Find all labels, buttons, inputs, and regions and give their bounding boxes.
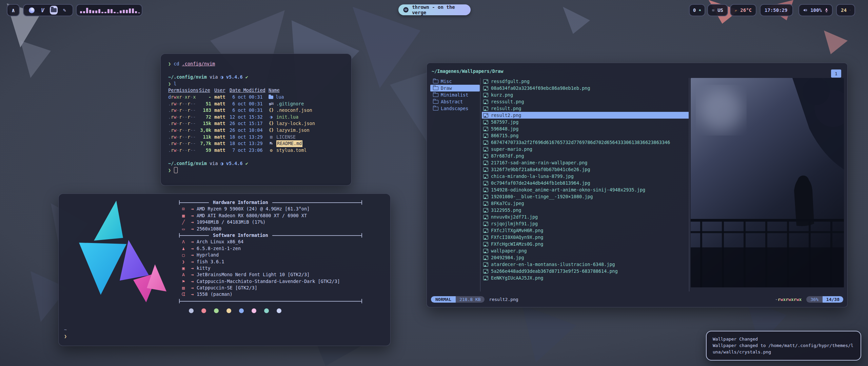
tab-badge[interactable]: 1 — [831, 69, 841, 78]
file-row[interactable]: 866715.png — [482, 132, 689, 139]
file-row[interactable]: nnvuv0xj2df71.jpg — [482, 214, 689, 220]
command: l — [174, 81, 176, 87]
file-row[interactable]: kurz.png — [482, 92, 689, 98]
scroll-percent: 36% — [806, 296, 822, 303]
visualizer-bar — [111, 9, 113, 13]
file-row[interactable]: 596848.jpg — [482, 125, 689, 132]
fetch-info-row: ▭→868x366 — [179, 226, 362, 232]
terminal-file-row: .rw-r--r--3,0kmatt26 oct 10:04{}lazyvim.… — [168, 127, 347, 134]
workspace-files[interactable] — [50, 6, 58, 15]
keyboard-layout-widget[interactable]: US — [707, 4, 728, 16]
file-row[interactable]: 217167-sad-anime-rain-wallpaper.png — [482, 159, 689, 166]
file-row[interactable]: re1sult.png — [482, 105, 689, 112]
gear-file-icon: ⚙ — [269, 147, 274, 154]
file-row[interactable]: chica-mirando-la-luna-8799.jpg — [482, 173, 689, 180]
image-file-icon — [483, 181, 488, 185]
image-file-icon — [483, 86, 488, 90]
file-row[interactable]: 08a634fa02a32364f69ebc86a98eb1eb.png — [482, 85, 689, 92]
terminal-file-row: .rw-r--r--72matt12 oct 15:32◑init.lua — [168, 114, 347, 121]
file-row[interactable]: atardecer-en-la-montanas-ilustracion-634… — [482, 261, 689, 268]
file-row[interactable]: 5a266e448add93deab367d87173e9f25-6837886… — [482, 268, 689, 274]
image-file-icon — [483, 242, 488, 246]
clock-widget[interactable]: 17:50:29 — [760, 4, 793, 16]
file-row[interactable]: 3126f7e9bbf21a8a4af0b67b041c6e26.jpg — [482, 166, 689, 173]
shell-icon: ❯ — [179, 259, 188, 265]
prompt-symbol: ❯ — [64, 333, 67, 340]
workspace-vim[interactable]: V — [39, 6, 46, 15]
preview-image — [691, 78, 844, 287]
folder-icon — [433, 93, 438, 97]
updates-count: 0 — [693, 7, 696, 13]
workspace-paint[interactable]: ✎ — [61, 6, 68, 15]
file-row[interactable]: FXfcII0X0AQyn9X.png — [482, 234, 689, 241]
notifications-widget[interactable]: 24 — [836, 4, 855, 16]
microphone-icon — [825, 7, 828, 13]
arch-logo-icon: ∧ — [12, 7, 15, 14]
file-row[interactable]: 68747470733a2f2f696d616765732d7769786d70… — [482, 139, 689, 146]
image-preview-pane — [691, 78, 844, 287]
image-file-icon — [483, 154, 488, 158]
image-file-icon — [483, 93, 488, 97]
arrow-icon: → — [188, 259, 197, 265]
file-row[interactable]: rsjqojlmjhf91.jpg — [482, 220, 689, 227]
sidebar-item-misc[interactable]: Misc — [430, 78, 480, 85]
fetch-info-row: ♟→6.5.8-zen1-1-zen — [179, 245, 362, 252]
image-file-icon — [483, 134, 488, 138]
keyboard-icon — [712, 8, 714, 13]
file-row[interactable]: 19201080-__blue-tinge__-1920×1080.jpg — [482, 193, 689, 200]
media-pill[interactable]: thrown - on the verge — [398, 4, 471, 15]
firefox-icon — [29, 7, 35, 13]
folder-icon — [433, 100, 438, 104]
fetch-info-row: A→JetBrainsMono Nerd Font Light 10 [GTK2… — [179, 271, 362, 278]
terminal-input-line[interactable]: ❯ — [168, 167, 347, 174]
visualizer-bar — [117, 13, 119, 13]
image-file-icon — [483, 256, 488, 260]
file-row[interactable]: 8FKa7Cu.jpeg — [482, 200, 689, 207]
arrow-icon: → — [188, 239, 197, 245]
file-row[interactable]: wallpaper.png — [482, 247, 689, 254]
fetch-info-panel: Hardware Information ⊡→AMD Ryzen 9 5900X… — [179, 199, 362, 304]
file-row[interactable]: ressdfgult.png — [482, 78, 689, 85]
file-row[interactable]: 154928-odinokoe_anime-art-anime-okno-sin… — [482, 186, 689, 193]
fetch-shell-prompt[interactable]: ~ ❯ — [64, 327, 67, 340]
file-row[interactable]: 0c794faf07de24a4db4d4fb1eb813964.jpg — [482, 180, 689, 186]
sidebar-item-minimalist[interactable]: Minimalist — [430, 92, 480, 98]
book-file-icon: ▤ — [269, 134, 274, 141]
image-file-icon — [483, 106, 488, 111]
updates-widget[interactable]: 0 — [689, 4, 705, 16]
file-row[interactable]: FXfcJlTXgAMvH6R.png — [482, 227, 689, 234]
notification-toast[interactable]: Wallpaper Changed Wallpaper changed to /… — [706, 331, 861, 361]
palette-dot — [277, 308, 281, 313]
lua-version: v5.4.6 — [226, 74, 243, 81]
file-row[interactable]: 20492984.jpg — [482, 254, 689, 261]
file-row[interactable]: super-mario.png — [482, 146, 689, 152]
visualizer-bar — [107, 9, 110, 13]
sidebar-item-draw[interactable]: Draw — [430, 85, 480, 92]
weather-widget[interactable]: 26°C — [730, 4, 756, 16]
file-row[interactable]: FXfcHgcWIAMzs0G.png — [482, 241, 689, 247]
file-row[interactable]: EeNKYgIUcAAJ5JX.png — [482, 274, 689, 281]
terminal-file-row: .rw-r--r--183matt 6 oct 00:31{}.neoconf.… — [168, 107, 347, 114]
image-file-icon — [483, 147, 488, 151]
file-row[interactable]: result2.png — [482, 112, 689, 119]
launcher-button[interactable]: ∧ — [7, 4, 20, 16]
image-file-icon — [483, 140, 488, 145]
file-row[interactable]: resssult.png — [482, 98, 689, 105]
sidebar-item-abstract[interactable]: Abstract — [430, 98, 480, 105]
audio-widget[interactable]: 100% — [798, 4, 833, 16]
file-row[interactable]: 587597.jpg — [482, 119, 689, 125]
terminal-window[interactable]: ❯ cd .config/nvim ~/.config/nvim via ◑ v… — [160, 54, 352, 186]
file-row[interactable]: 87r687df.png — [482, 152, 689, 159]
braces-file-icon: {} — [269, 107, 274, 114]
workspace-firefox[interactable] — [28, 6, 36, 15]
file-row[interactable]: 3122955.png — [482, 207, 689, 214]
visualizer-bar — [120, 11, 122, 13]
sidebar-item-landscapes[interactable]: Landscapes — [430, 105, 480, 112]
fastfetch-window[interactable]: Hardware Information ⊡→AMD Ryzen 9 5900X… — [58, 194, 391, 346]
terminal-file-row: .rw-r--r--11kmatt18 oct 13:29▤LICENSE — [168, 134, 347, 141]
file-name-cell: ▤LICENSE — [269, 134, 347, 141]
pacman-ghost-icon — [699, 7, 701, 13]
selected-filename: result2.png — [489, 297, 518, 302]
file-manager-window[interactable]: ~/Imagenes/Wallpapers/Draw 1 MiscDrawMin… — [427, 63, 848, 307]
image-file-icon — [483, 188, 488, 192]
